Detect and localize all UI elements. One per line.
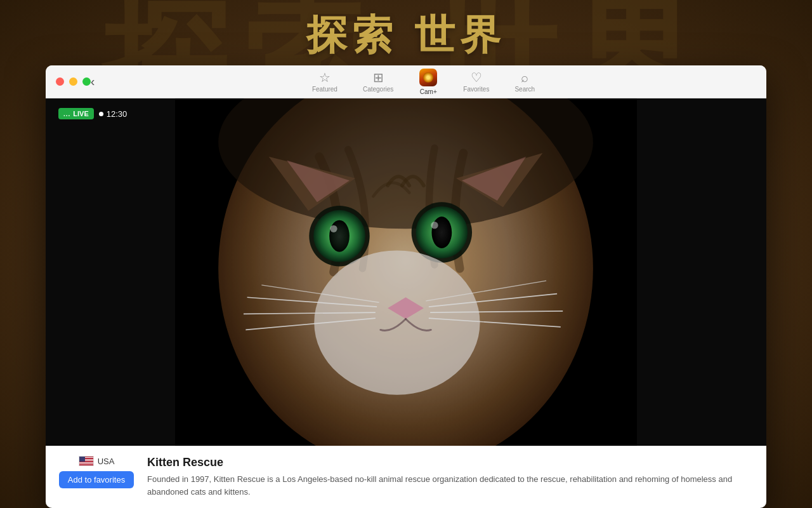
heart-icon: ♡ [471, 71, 482, 84]
video-player[interactable]: ... LIVE 12:30 [46, 98, 766, 446]
app-title-area: 探索 世界 [0, 0, 812, 70]
info-right-panel: Kitten Rescue Founded in 1997, Kitten Re… [147, 456, 754, 498]
back-button[interactable]: ‹ [84, 73, 102, 91]
info-left-panel: USA Add to favorites [58, 456, 134, 488]
nav-tabs: ☆ Featured ⊞ Categories Cam+ ♡ Favorites… [91, 65, 756, 99]
title-bar: ‹ ☆ Featured ⊞ Categories Cam+ ♡ Favorit… [46, 65, 766, 98]
country-label: USA [98, 457, 115, 466]
svg-point-8 [432, 217, 452, 248]
camera-description: Founded in 1997, Kitten Rescue is a Los … [147, 473, 754, 498]
country-row: USA [79, 456, 115, 466]
video-content [175, 98, 636, 446]
live-badge-area: ... LIVE 12:30 [58, 108, 127, 119]
cat-svg [175, 98, 636, 446]
svg-point-4 [330, 220, 350, 252]
live-label: LIVE [73, 110, 88, 117]
content-area: ... LIVE 12:30 USA [46, 98, 766, 508]
flag-canton [79, 457, 85, 462]
app-window: ‹ ☆ Featured ⊞ Categories Cam+ ♡ Favorit… [46, 65, 766, 508]
live-time: 12:30 [99, 109, 128, 119]
minimize-button[interactable] [69, 77, 77, 86]
tab-featured[interactable]: ☆ Featured [299, 67, 350, 97]
info-panel: USA Add to favorites Kitten Rescue Found… [46, 446, 766, 508]
svg-point-5 [331, 225, 337, 232]
close-button[interactable] [56, 77, 64, 86]
time-dot-icon [99, 112, 103, 116]
timestamp: 12:30 [107, 109, 128, 119]
search-icon: ⌕ [521, 71, 528, 84]
add-to-favorites-button[interactable]: Add to favorites [59, 471, 134, 488]
live-tag: ... LIVE [58, 108, 94, 119]
chevron-left-icon: ‹ [91, 74, 95, 89]
tab-favorites[interactable]: ♡ Favorites [450, 67, 502, 97]
svg-point-10 [315, 250, 480, 394]
app-title: 探索 世界 [306, 8, 506, 63]
svg-point-9 [431, 222, 438, 229]
live-dots: ... [63, 110, 70, 117]
video-left-bar [46, 98, 175, 446]
country-flag [79, 456, 94, 466]
camera-title: Kitten Rescue [147, 456, 754, 469]
tab-search[interactable]: ⌕ Search [502, 67, 547, 97]
tab-cam-plus[interactable]: Cam+ [406, 65, 450, 99]
star-icon: ☆ [319, 71, 331, 84]
grid-icon: ⊞ [373, 71, 384, 84]
cam-plus-icon [419, 69, 437, 86]
video-right-bar [637, 98, 766, 446]
tab-categories[interactable]: ⊞ Categories [350, 67, 406, 97]
